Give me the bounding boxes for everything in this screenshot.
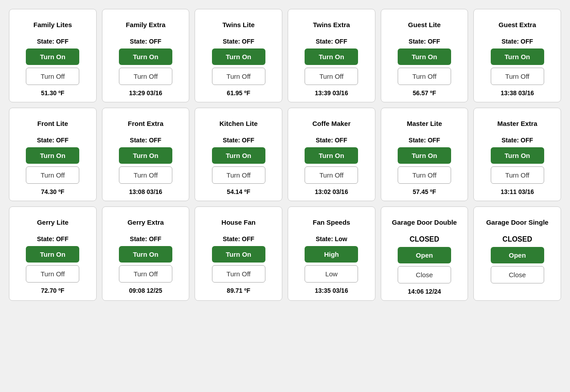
timestamp-front-extra: 13:08 03/16 <box>129 188 163 195</box>
btn1-gerry-extra[interactable]: Turn On <box>119 246 172 263</box>
timestamp-gerry-lite: 72.70 ºF <box>41 287 65 294</box>
timestamp-twins-extra: 13:39 03/16 <box>315 89 348 97</box>
timestamp-coffe-maker: 13:02 03/16 <box>315 188 348 195</box>
card-front-extra: Front ExtraState: OFFTurn OnTurn Off13:0… <box>102 108 190 201</box>
btn2-fan-speeds[interactable]: Low <box>305 265 358 283</box>
timestamp-master-extra: 13:11 03/16 <box>501 188 534 195</box>
btn1-twins-lite[interactable]: Turn On <box>212 48 265 65</box>
btn1-family-lites[interactable]: Turn On <box>26 48 79 65</box>
card-title-house-fan: House Fan <box>221 213 256 231</box>
state-label-garage-door-single: CLOSED <box>502 235 532 243</box>
card-title-kitchen-lite: Kitchen Lite <box>220 114 258 132</box>
card-twins-lite: Twins LiteState: OFFTurn OnTurn Off61.95… <box>195 9 282 102</box>
card-title-gerry-lite: Gerry Lite <box>37 213 69 231</box>
btn1-coffe-maker[interactable]: Turn On <box>305 147 358 164</box>
btn1-fan-speeds[interactable]: High <box>305 246 358 263</box>
timestamp-gerry-extra: 09:08 12/25 <box>129 287 163 294</box>
btn2-garage-door-single[interactable]: Close <box>491 266 544 283</box>
state-label-guest-lite: State: OFF <box>409 38 440 45</box>
btn2-front-extra[interactable]: Turn Off <box>119 166 172 184</box>
card-coffe-maker: Coffe MakerState: OFFTurn OnTurn Off13:0… <box>288 108 375 201</box>
state-label-kitchen-lite: State: OFF <box>223 137 254 144</box>
btn1-twins-extra[interactable]: Turn On <box>305 48 358 65</box>
state-label-fan-speeds: State: Low <box>316 235 347 242</box>
card-guest-extra: Guest ExtraState: OFFTurn OnTurn Off13:3… <box>473 9 561 102</box>
btn1-kitchen-lite[interactable]: Turn On <box>212 147 265 164</box>
card-title-front-extra: Front Extra <box>128 114 163 132</box>
btn1-front-extra[interactable]: Turn On <box>119 147 172 164</box>
btn2-twins-extra[interactable]: Turn Off <box>305 68 358 85</box>
timestamp-family-extra: 13:29 03/16 <box>129 89 163 97</box>
btn2-twins-lite[interactable]: Turn Off <box>212 68 265 85</box>
btn1-master-extra[interactable]: Turn On <box>491 147 544 164</box>
device-grid: Family LitesState: OFFTurn OnTurn Off51.… <box>9 9 561 301</box>
state-label-gerry-lite: State: OFF <box>37 235 69 242</box>
card-garage-door-single: Garage Door SingleCLOSEDOpenClose <box>473 206 561 301</box>
card-gerry-extra: Gerry ExtraState: OFFTurn OnTurn Off09:0… <box>102 206 190 301</box>
timestamp-master-lite: 57.45 ºF <box>413 188 436 195</box>
card-family-extra: Family ExtraState: OFFTurn OnTurn Off13:… <box>102 9 190 102</box>
btn1-guest-extra[interactable]: Turn On <box>491 48 544 65</box>
card-front-lite: Front LiteState: OFFTurn OnTurn Off74.30… <box>9 108 97 201</box>
timestamp-house-fan: 89.71 ºF <box>227 287 250 294</box>
btn2-front-lite[interactable]: Turn Off <box>26 166 79 184</box>
btn2-family-extra[interactable]: Turn Off <box>119 68 172 85</box>
btn2-coffe-maker[interactable]: Turn Off <box>305 166 358 184</box>
state-label-twins-lite: State: OFF <box>223 38 254 45</box>
btn2-kitchen-lite[interactable]: Turn Off <box>212 166 265 184</box>
timestamp-family-lites: 51.30 ºF <box>41 89 65 97</box>
card-title-guest-lite: Guest Lite <box>408 16 440 33</box>
state-label-master-extra: State: OFF <box>501 137 533 144</box>
card-master-extra: Master ExtraState: OFFTurn OnTurn Off13:… <box>473 108 561 201</box>
timestamp-front-lite: 74.30 ºF <box>41 188 65 195</box>
card-title-front-lite: Front Lite <box>37 114 68 132</box>
state-label-house-fan: State: OFF <box>223 235 254 242</box>
card-title-master-extra: Master Extra <box>497 114 537 132</box>
state-label-coffe-maker: State: OFF <box>316 137 347 144</box>
btn1-garage-door-double[interactable]: Open <box>398 247 451 263</box>
btn2-master-lite[interactable]: Turn Off <box>398 166 451 184</box>
btn2-house-fan[interactable]: Turn Off <box>212 265 265 283</box>
state-label-front-lite: State: OFF <box>37 137 69 144</box>
btn1-gerry-lite[interactable]: Turn On <box>26 246 79 263</box>
timestamp-garage-door-double: 14:06 12/24 <box>408 288 441 295</box>
card-title-guest-extra: Guest Extra <box>499 16 536 33</box>
btn1-house-fan[interactable]: Turn On <box>212 246 265 263</box>
btn2-master-extra[interactable]: Turn Off <box>491 166 544 184</box>
btn2-guest-extra[interactable]: Turn Off <box>491 68 544 85</box>
state-label-family-lites: State: OFF <box>37 38 69 45</box>
state-label-master-lite: State: OFF <box>409 137 440 144</box>
card-gerry-lite: Gerry LiteState: OFFTurn OnTurn Off72.70… <box>9 206 97 301</box>
state-label-garage-door-double: CLOSED <box>410 235 440 243</box>
btn1-guest-lite[interactable]: Turn On <box>398 48 451 65</box>
card-title-twins-lite: Twins Lite <box>223 16 255 33</box>
card-title-coffe-maker: Coffe Maker <box>312 114 350 132</box>
card-twins-extra: Twins ExtraState: OFFTurn OnTurn Off13:3… <box>288 9 375 102</box>
card-family-lites: Family LitesState: OFFTurn OnTurn Off51.… <box>9 9 97 102</box>
btn1-family-extra[interactable]: Turn On <box>119 48 172 65</box>
card-kitchen-lite: Kitchen LiteState: OFFTurn OnTurn Off54.… <box>195 108 282 201</box>
card-master-lite: Master LiteState: OFFTurn OnTurn Off57.4… <box>381 108 468 201</box>
btn2-family-lites[interactable]: Turn Off <box>26 68 79 85</box>
btn2-gerry-extra[interactable]: Turn Off <box>119 265 172 283</box>
state-label-family-extra: State: OFF <box>130 38 162 45</box>
card-title-garage-door-single: Garage Door Single <box>486 213 549 231</box>
btn2-guest-lite[interactable]: Turn Off <box>398 68 451 85</box>
card-title-master-lite: Master Lite <box>407 114 442 132</box>
card-garage-door-double: Garage Door DoubleCLOSEDOpenClose14:06 1… <box>381 206 468 301</box>
card-house-fan: House FanState: OFFTurn OnTurn Off89.71 … <box>195 206 282 301</box>
btn2-garage-door-double[interactable]: Close <box>398 266 451 283</box>
btn1-garage-door-single[interactable]: Open <box>491 247 544 263</box>
state-label-front-extra: State: OFF <box>130 137 162 144</box>
card-title-garage-door-double: Garage Door Double <box>392 213 457 231</box>
state-label-guest-extra: State: OFF <box>501 38 533 45</box>
timestamp-guest-lite: 56.57 ºF <box>413 89 436 97</box>
btn2-gerry-lite[interactable]: Turn Off <box>26 265 79 283</box>
card-title-twins-extra: Twins Extra <box>313 16 350 33</box>
card-guest-lite: Guest LiteState: OFFTurn OnTurn Off56.57… <box>381 9 468 102</box>
card-fan-speeds: Fan SpeedsState: LowHighLow13:35 03/16 <box>288 206 375 301</box>
btn1-master-lite[interactable]: Turn On <box>398 147 451 164</box>
state-label-gerry-extra: State: OFF <box>130 235 162 242</box>
btn1-front-lite[interactable]: Turn On <box>26 147 79 164</box>
timestamp-twins-lite: 61.95 ºF <box>227 89 250 97</box>
